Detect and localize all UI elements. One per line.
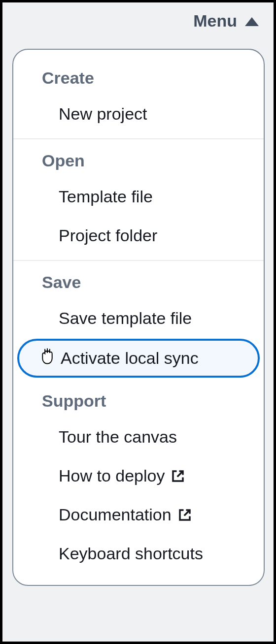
caret-up-icon xyxy=(245,17,259,26)
menu-item-activate-local-sync[interactable]: Activate local sync xyxy=(17,339,260,378)
divider xyxy=(13,138,264,139)
menu-item-save-template-file[interactable]: Save template file xyxy=(13,299,264,338)
section-header-save: Save xyxy=(13,266,264,299)
menu-item-label: Template file xyxy=(59,187,153,206)
external-link-icon xyxy=(177,508,192,522)
menu-item-label: How to deploy xyxy=(59,466,165,485)
menu-item-documentation[interactable]: Documentation xyxy=(13,495,264,534)
section-header-create: Create xyxy=(13,62,264,95)
menu-dropdown: Create New project Open Template file Pr… xyxy=(12,49,265,586)
menu-item-label: Save template file xyxy=(59,309,192,328)
menu-item-template-file[interactable]: Template file xyxy=(13,177,264,216)
menu-trigger-label: Menu xyxy=(193,11,237,31)
divider xyxy=(13,260,264,261)
menu-item-tour-canvas[interactable]: Tour the canvas xyxy=(13,418,264,456)
menu-item-label: Keyboard shortcuts xyxy=(59,544,203,563)
menu-item-how-to-deploy[interactable]: How to deploy xyxy=(13,456,264,495)
menu-item-new-project[interactable]: New project xyxy=(13,95,264,133)
menu-item-keyboard-shortcuts[interactable]: Keyboard shortcuts xyxy=(13,534,264,573)
section-header-support: Support xyxy=(13,379,264,418)
pointer-cursor-icon xyxy=(40,348,55,369)
menu-item-label: Tour the canvas xyxy=(59,427,177,447)
external-link-icon xyxy=(171,469,185,483)
menu-item-label: Project folder xyxy=(59,226,157,245)
menu-item-label: Documentation xyxy=(59,505,172,524)
menu-item-label: Activate local sync xyxy=(61,349,199,368)
section-header-open: Open xyxy=(13,144,264,177)
menu-trigger[interactable]: Menu xyxy=(2,2,274,39)
menu-item-label: New project xyxy=(59,104,147,124)
menu-item-project-folder[interactable]: Project folder xyxy=(13,216,264,255)
